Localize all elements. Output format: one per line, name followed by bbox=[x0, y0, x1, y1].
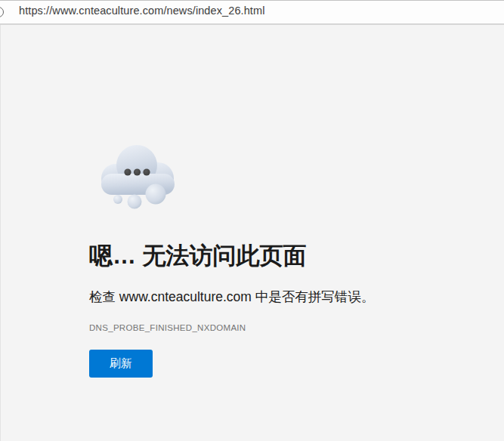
site-info-icon[interactable] bbox=[0, 7, 4, 17]
error-suggestion: 检查 www.cnteaculture.com 中是否有拼写错误。 bbox=[89, 288, 452, 307]
refresh-button[interactable]: 刷新 bbox=[89, 350, 153, 378]
error-code: DNS_PROBE_FINISHED_NXDOMAIN bbox=[89, 323, 452, 332]
error-page: 嗯… 无法访问此页面 检查 www.cnteaculture.com 中是否有拼… bbox=[0, 25, 504, 441]
browser-window: https://www.cnteaculture.com/news/index_… bbox=[0, 0, 504, 441]
error-title: 嗯… 无法访问此页面 bbox=[89, 242, 452, 271]
error-content: 嗯… 无法访问此页面 检查 www.cnteaculture.com 中是否有拼… bbox=[89, 145, 452, 378]
thought-balloon-icon bbox=[98, 145, 177, 210]
url-text[interactable]: https://www.cnteaculture.com/news/index_… bbox=[19, 5, 264, 17]
browser-address-bar[interactable]: https://www.cnteaculture.com/news/index_… bbox=[0, 0, 504, 25]
